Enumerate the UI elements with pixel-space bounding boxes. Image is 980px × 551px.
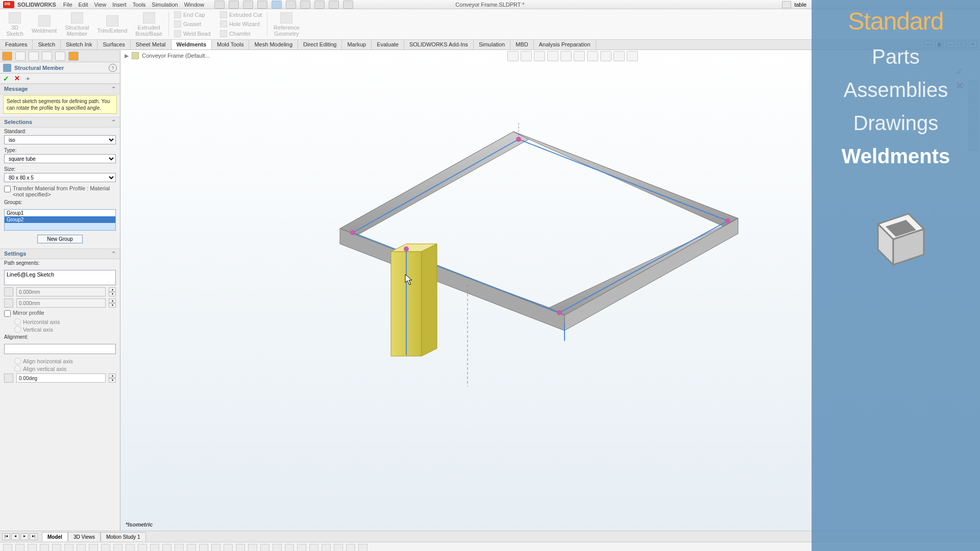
offset-2-up[interactable]: ▴ xyxy=(109,298,116,303)
tab-addins[interactable]: SOLIDWORKS Add-Ins xyxy=(404,40,474,49)
st-icon-7[interactable] xyxy=(77,544,86,552)
st-icon-23[interactable] xyxy=(273,544,282,552)
standard-select[interactable]: iso xyxy=(4,135,116,144)
st-icon-5[interactable] xyxy=(52,544,61,552)
st-icon-13[interactable] xyxy=(150,544,159,552)
st-icon-15[interactable] xyxy=(175,544,184,552)
st-icon-9[interactable] xyxy=(101,544,110,552)
offset-1-down[interactable]: ▾ xyxy=(109,292,116,296)
st-icon-6[interactable] xyxy=(64,544,74,552)
view-orientation-icon[interactable] xyxy=(560,51,572,61)
edit-appearance-icon[interactable] xyxy=(600,51,611,61)
st-icon-12[interactable] xyxy=(138,544,147,552)
tab-features[interactable]: Features xyxy=(0,40,33,49)
end-cap-button[interactable]: End Cap xyxy=(171,10,217,19)
flyout-expand-icon[interactable]: ▶ xyxy=(125,53,129,59)
st-icon-27[interactable] xyxy=(322,544,331,552)
offset-1-up[interactable]: ▴ xyxy=(109,287,116,292)
type-select[interactable]: square tube xyxy=(4,154,116,163)
redo-icon[interactable] xyxy=(300,1,310,9)
zoom-area-icon[interactable] xyxy=(521,51,532,61)
new-icon[interactable] xyxy=(229,1,239,9)
flyout-tree[interactable]: ▶ Conveyor Frame (Default... xyxy=(125,52,210,59)
angle-input[interactable] xyxy=(16,373,106,383)
group-item-2[interactable]: Group2 xyxy=(5,216,115,223)
undo-icon[interactable] xyxy=(286,1,296,9)
st-icon-19[interactable] xyxy=(224,544,233,552)
3d-sketch-button[interactable]: 3D Sketch xyxy=(2,10,28,38)
message-header[interactable]: Message⌃ xyxy=(0,84,120,94)
tab-motion-study[interactable]: Motion Study 1 xyxy=(101,532,146,541)
scrub-last-icon[interactable]: ▸| xyxy=(30,533,38,540)
menu-simulation[interactable]: Simulation xyxy=(152,2,178,8)
tab-mold-tools[interactable]: Mold Tools xyxy=(212,40,249,49)
tab-direct-editing[interactable]: Direct Editing xyxy=(298,40,342,49)
alignment-box[interactable] xyxy=(4,344,116,354)
save-icon[interactable] xyxy=(257,1,267,9)
reference-geometry-button[interactable]: Reference Geometry xyxy=(270,10,304,38)
search-text[interactable]: table xyxy=(794,2,806,8)
options-icon[interactable] xyxy=(343,1,353,9)
section-view-icon[interactable] xyxy=(547,51,558,61)
tab-sketch[interactable]: Sketch xyxy=(33,40,61,49)
rebuild-icon[interactable] xyxy=(329,1,339,9)
display-style-icon[interactable] xyxy=(574,51,585,61)
help-icon[interactable]: ? xyxy=(109,64,117,72)
apply-scene-icon[interactable] xyxy=(614,51,625,61)
st-icon-8[interactable] xyxy=(89,544,98,552)
extruded-boss-button[interactable]: Extruded Boss/Base xyxy=(131,10,166,38)
st-icon-30[interactable] xyxy=(358,544,368,552)
groups-listbox[interactable]: Group1 Group2 xyxy=(4,209,116,231)
tab-weldments[interactable]: Weldments xyxy=(172,40,212,49)
offset-1-input[interactable] xyxy=(16,287,106,296)
print-icon[interactable] xyxy=(272,1,282,9)
st-icon-18[interactable] xyxy=(211,544,220,552)
display-manager-tab-icon[interactable] xyxy=(55,52,65,61)
tab-simulation[interactable]: Simulation xyxy=(474,40,510,49)
st-icon-16[interactable] xyxy=(187,544,196,552)
tab-evaluate[interactable]: Evaluate xyxy=(372,40,404,49)
angle-up[interactable]: ▴ xyxy=(109,373,116,378)
feature-manager-tab-icon[interactable] xyxy=(2,52,12,61)
st-icon-20[interactable] xyxy=(236,544,245,552)
config-manager-tab-icon[interactable] xyxy=(29,52,39,61)
transfer-material-checkbox[interactable] xyxy=(4,186,11,192)
previous-view-icon[interactable] xyxy=(534,51,545,61)
st-icon-28[interactable] xyxy=(334,544,343,552)
mirror-profile-checkbox[interactable] xyxy=(4,310,11,317)
cam-manager-tab-icon[interactable] xyxy=(68,52,79,61)
weld-bead-button[interactable]: Weld Bead xyxy=(171,29,217,38)
pushpin-icon[interactable]: -▸ xyxy=(25,75,30,82)
property-manager-tab-icon[interactable] xyxy=(15,52,26,61)
ok-button[interactable]: ✓ xyxy=(3,74,9,83)
tab-mesh-modeling[interactable]: Mesh Modeling xyxy=(249,40,298,49)
scrub-prev-icon[interactable]: ◂ xyxy=(11,533,19,540)
st-icon-1[interactable] xyxy=(3,544,12,552)
open-icon[interactable] xyxy=(243,1,253,9)
flyout-part-name[interactable]: Conveyor Frame (Default... xyxy=(142,53,210,59)
view-settings-icon[interactable] xyxy=(627,51,638,61)
group-item-1[interactable]: Group1 xyxy=(5,210,115,216)
new-group-button[interactable]: New Group xyxy=(37,235,83,243)
st-icon-22[interactable] xyxy=(260,544,270,552)
hide-show-icon[interactable] xyxy=(587,51,598,61)
trim-extend-button[interactable]: Trim/Extend xyxy=(93,10,131,38)
tab-sheet-metal[interactable]: Sheet Metal xyxy=(131,40,172,49)
tab-3d-views[interactable]: 3D Views xyxy=(68,532,101,541)
size-select[interactable]: 80 x 80 x 5 xyxy=(4,173,116,182)
scrub-first-icon[interactable]: |◂ xyxy=(2,533,10,540)
menu-window[interactable]: Window xyxy=(184,2,204,8)
st-icon-4[interactable] xyxy=(40,544,49,552)
st-icon-10[interactable] xyxy=(113,544,122,552)
menu-file[interactable]: File xyxy=(63,2,72,8)
tab-model[interactable]: Model xyxy=(42,532,68,541)
menu-view[interactable]: View xyxy=(94,2,106,8)
st-icon-3[interactable] xyxy=(28,544,37,552)
offset-2-down[interactable]: ▾ xyxy=(109,303,116,308)
menu-tools[interactable]: Tools xyxy=(133,2,146,8)
select-icon[interactable] xyxy=(314,1,325,9)
menu-edit[interactable]: Edit xyxy=(79,2,88,8)
hole-wizard-button[interactable]: Hole Wizard xyxy=(217,19,265,29)
st-icon-2[interactable] xyxy=(15,544,24,552)
tab-sketch-ink[interactable]: Sketch Ink xyxy=(61,40,97,49)
